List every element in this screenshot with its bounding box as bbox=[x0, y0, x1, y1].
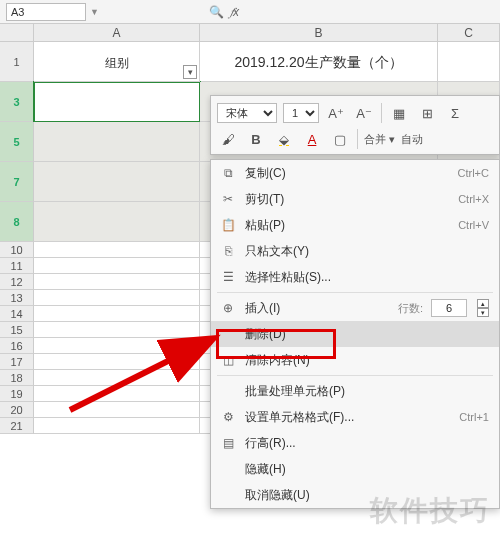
name-box-container: ▼ bbox=[6, 3, 99, 21]
paste-special-icon: ☰ bbox=[219, 268, 237, 286]
menu-hide-label: 隐藏(H) bbox=[245, 461, 489, 478]
row-header-16[interactable]: 16 bbox=[0, 338, 34, 354]
cell-c1[interactable] bbox=[438, 42, 500, 82]
mini-toolbar: 宋体 12 A⁺ A⁻ ▦ ⊞ Σ 🖌 B ⬙ A ▢ 合并 ▾ 自动 bbox=[210, 95, 500, 155]
select-all-corner[interactable] bbox=[0, 24, 34, 42]
context-menu: ⧉复制(C)Ctrl+C ✂剪切(T)Ctrl+X 📋粘贴(P)Ctrl+V ⎘… bbox=[210, 159, 500, 509]
cell-a13[interactable] bbox=[34, 290, 200, 306]
insert-rows-label: 行数: bbox=[398, 301, 423, 316]
row-header-19[interactable]: 19 bbox=[0, 386, 34, 402]
col-header-a[interactable]: A bbox=[34, 24, 200, 42]
menu-insert-label: 插入(I) bbox=[245, 300, 390, 317]
cell-a16[interactable] bbox=[34, 338, 200, 354]
row-header-21[interactable]: 21 bbox=[0, 418, 34, 434]
cell-a5[interactable] bbox=[34, 122, 200, 162]
cell-a7[interactable] bbox=[34, 162, 200, 202]
font-family-select[interactable]: 宋体 bbox=[217, 103, 277, 123]
auto-label[interactable]: 自动 bbox=[401, 132, 423, 147]
autosum-icon[interactable]: Σ bbox=[444, 102, 466, 124]
row-header-5[interactable]: 5 bbox=[0, 122, 34, 162]
row-header-7[interactable]: 7 bbox=[0, 162, 34, 202]
fx-area: 🔍 𝑓x bbox=[209, 5, 239, 19]
batch-icon bbox=[219, 382, 237, 400]
cell-a1[interactable]: 组别 ▾ bbox=[34, 42, 200, 82]
bold-icon[interactable]: B bbox=[245, 128, 267, 150]
menu-paste-special[interactable]: ☰选择性粘贴(S)... bbox=[211, 264, 499, 290]
row-header-14[interactable]: 14 bbox=[0, 306, 34, 322]
row-header-20[interactable]: 20 bbox=[0, 402, 34, 418]
stepper-down-icon[interactable]: ▾ bbox=[477, 308, 489, 317]
row-header-10[interactable]: 10 bbox=[0, 242, 34, 258]
row-header-11[interactable]: 11 bbox=[0, 258, 34, 274]
menu-copy[interactable]: ⧉复制(C)Ctrl+C bbox=[211, 160, 499, 186]
menu-clear[interactable]: ◫清除内容(N) bbox=[211, 347, 499, 373]
unhide-icon bbox=[219, 486, 237, 504]
menu-hide[interactable]: 隐藏(H) bbox=[211, 456, 499, 482]
clear-icon: ◫ bbox=[219, 351, 237, 369]
paste-icon: 📋 bbox=[219, 216, 237, 234]
menu-cut[interactable]: ✂剪切(T)Ctrl+X bbox=[211, 186, 499, 212]
decrease-font-icon[interactable]: A⁻ bbox=[353, 102, 375, 124]
menu-delete[interactable]: 删除(D) bbox=[211, 321, 499, 347]
name-box-input[interactable] bbox=[6, 3, 86, 21]
cell-a20[interactable] bbox=[34, 402, 200, 418]
cell-a15[interactable] bbox=[34, 322, 200, 338]
menu-row-height[interactable]: ▤行高(R)... bbox=[211, 430, 499, 456]
separator bbox=[357, 129, 358, 149]
separator bbox=[381, 103, 382, 123]
cell-a21[interactable] bbox=[34, 418, 200, 434]
row-header-13[interactable]: 13 bbox=[0, 290, 34, 306]
cell-a11[interactable] bbox=[34, 258, 200, 274]
menu-separator bbox=[217, 292, 493, 293]
filter-icon[interactable]: ▾ bbox=[183, 65, 197, 79]
header-row: 1 组别 ▾ 2019.12.20生产数量（个） bbox=[0, 42, 500, 82]
font-size-select[interactable]: 12 bbox=[283, 103, 319, 123]
row-header-3[interactable]: 3 bbox=[0, 82, 34, 122]
row-height-icon: ▤ bbox=[219, 434, 237, 452]
increase-font-icon[interactable]: A⁺ bbox=[325, 102, 347, 124]
format-painter-icon[interactable]: 🖌 bbox=[217, 128, 239, 150]
fx-icon[interactable]: 𝑓x bbox=[230, 5, 239, 19]
merge-icon[interactable]: ⊞ bbox=[416, 102, 438, 124]
format-cells-icon: ⚙ bbox=[219, 408, 237, 426]
header-label-a: 组别 bbox=[105, 56, 129, 70]
watermark: 软件技巧 bbox=[370, 492, 490, 530]
menu-clear-label: 清除内容(N) bbox=[245, 352, 489, 369]
row-header-8[interactable]: 8 bbox=[0, 202, 34, 242]
paste-text-icon: ⎘ bbox=[219, 242, 237, 260]
cell-a14[interactable] bbox=[34, 306, 200, 322]
menu-paste-text[interactable]: ⎘只粘文本(Y) bbox=[211, 238, 499, 264]
zoom-icon[interactable]: 🔍 bbox=[209, 5, 224, 19]
menu-insert[interactable]: ⊕插入(I)行数:▴▾ bbox=[211, 295, 499, 321]
cell-a18[interactable] bbox=[34, 370, 200, 386]
borders-icon[interactable]: ▦ bbox=[388, 102, 410, 124]
row-header-1[interactable]: 1 bbox=[0, 42, 34, 82]
row-header-17[interactable]: 17 bbox=[0, 354, 34, 370]
cell-a12[interactable] bbox=[34, 274, 200, 290]
menu-paste[interactable]: 📋粘贴(P)Ctrl+V bbox=[211, 212, 499, 238]
menu-batch[interactable]: 批量处理单元格(P) bbox=[211, 378, 499, 404]
menu-copy-shortcut: Ctrl+C bbox=[458, 167, 489, 179]
row-header-15[interactable]: 15 bbox=[0, 322, 34, 338]
cell-a8[interactable] bbox=[34, 202, 200, 242]
col-header-b[interactable]: B bbox=[200, 24, 438, 42]
cell-a10[interactable] bbox=[34, 242, 200, 258]
cell-a17[interactable] bbox=[34, 354, 200, 370]
row-header-12[interactable]: 12 bbox=[0, 274, 34, 290]
menu-format-cells[interactable]: ⚙设置单元格格式(F)...Ctrl+1 bbox=[211, 404, 499, 430]
stepper-up-icon[interactable]: ▴ bbox=[477, 299, 489, 308]
font-color-icon[interactable]: A bbox=[301, 128, 323, 150]
insert-rows-stepper[interactable]: ▴▾ bbox=[477, 299, 489, 317]
menu-paste-text-label: 只粘文本(Y) bbox=[245, 243, 489, 260]
insert-rows-input[interactable] bbox=[431, 299, 467, 317]
menu-paste-shortcut: Ctrl+V bbox=[458, 219, 489, 231]
fill-color-icon[interactable]: ⬙ bbox=[273, 128, 295, 150]
cell-a19[interactable] bbox=[34, 386, 200, 402]
cell-b1[interactable]: 2019.12.20生产数量（个） bbox=[200, 42, 438, 82]
cell-a3[interactable] bbox=[34, 82, 200, 122]
outer-border-icon[interactable]: ▢ bbox=[329, 128, 351, 150]
col-header-c[interactable]: C bbox=[438, 24, 500, 42]
merge-label[interactable]: 合并 ▾ bbox=[364, 132, 395, 147]
name-box-dropdown-icon[interactable]: ▼ bbox=[90, 7, 99, 17]
row-header-18[interactable]: 18 bbox=[0, 370, 34, 386]
